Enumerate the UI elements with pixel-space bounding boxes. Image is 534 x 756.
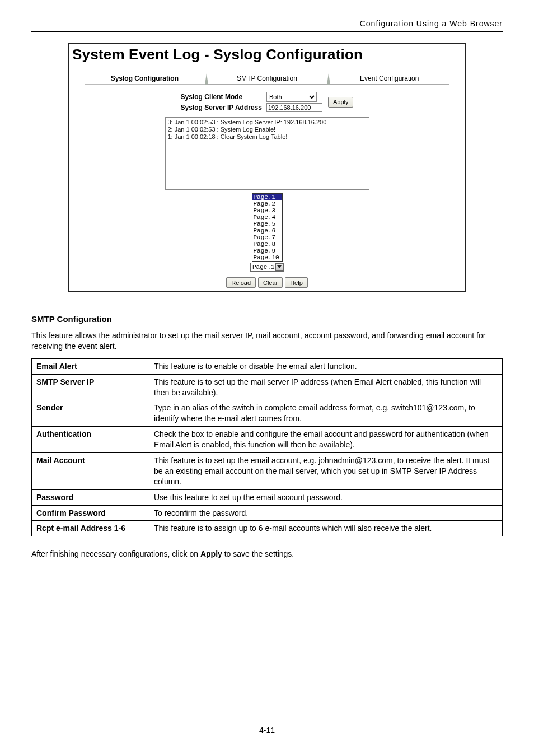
tabs-row: Syslog Configuration SMTP Configuration …: [69, 72, 465, 85]
feature-desc: This feature is to enable or disable the…: [149, 358, 503, 374]
feature-label: SMTP Server IP: [32, 374, 149, 400]
feature-label: Rcpt e-mail Address 1-6: [32, 521, 149, 536]
reload-button[interactable]: Reload: [226, 277, 256, 288]
table-row: Confirm Password To reconfirm the passwo…: [32, 505, 503, 521]
help-button[interactable]: Help: [285, 277, 308, 288]
feature-label: Authentication: [32, 427, 149, 453]
page-option[interactable]: Page.3: [252, 207, 282, 214]
feature-desc: This feature is to set up the mail serve…: [149, 374, 503, 400]
syslog-textarea[interactable]: 3: Jan 1 00:02:53 : System Log Server IP…: [165, 117, 369, 190]
page-number: 4-11: [0, 726, 534, 735]
feature-desc: Use this feature to set up the email acc…: [149, 489, 503, 505]
apply-note-bold: Apply: [200, 549, 222, 558]
smtp-feature-table: Email Alert This feature is to enable or…: [31, 358, 503, 537]
table-row: Password Use this feature to set up the …: [32, 489, 503, 505]
page-select-collapsed[interactable]: Page.1: [250, 263, 284, 272]
apply-button[interactable]: Apply: [328, 97, 354, 108]
server-ip-input[interactable]: [266, 103, 322, 112]
feature-desc: To reconfirm the password.: [149, 505, 503, 521]
feature-label: Mail Account: [32, 453, 149, 490]
page-option[interactable]: Page.5: [252, 221, 282, 227]
feature-label: Email Alert: [32, 358, 149, 374]
page-option[interactable]: Page.9: [252, 248, 282, 254]
table-row: Sender Type in an alias of the switch in…: [32, 400, 503, 427]
tab-syslog-configuration[interactable]: Syslog Configuration: [85, 72, 205, 85]
apply-note-post: to save the settings.: [222, 549, 294, 558]
screenshot-title: System Event Log - Syslog Configuration: [69, 44, 465, 64]
page-option[interactable]: Page.2: [252, 200, 282, 207]
syslog-form-table: Syslog Client Mode Both Apply Syslog Ser…: [179, 91, 356, 113]
feature-desc: Check the box to enable and configure th…: [149, 427, 503, 453]
apply-note-pre: After finishing necessary configurations…: [31, 549, 200, 558]
page-option[interactable]: Page.6: [252, 227, 282, 234]
table-row: Authentication Check the box to enable a…: [32, 427, 503, 453]
page-option[interactable]: Page.10: [252, 254, 282, 261]
syslog-config-screenshot: System Event Log - Syslog Configuration …: [68, 43, 466, 292]
feature-label: Confirm Password: [32, 505, 149, 521]
page-select-expanded[interactable]: Page.1 Page.2 Page.3 Page.4 Page.5 Page.…: [252, 193, 283, 262]
feature-label: Password: [32, 489, 149, 505]
clear-button[interactable]: Clear: [258, 277, 283, 288]
table-row: Mail Account This feature is to set up t…: [32, 453, 503, 490]
feature-desc: Type in an alias of the switch in comple…: [149, 400, 503, 427]
svg-marker-2: [277, 265, 282, 268]
page-select-value: Page.1: [251, 264, 275, 270]
page-option[interactable]: Page.7: [252, 234, 282, 241]
page-option[interactable]: Page.1: [252, 194, 282, 200]
page-option[interactable]: Page.8: [252, 241, 282, 248]
feature-label: Sender: [32, 400, 149, 427]
tab-event-configuration[interactable]: Event Configuration: [329, 72, 449, 85]
table-row: Rcpt e-mail Address 1-6 This feature is …: [32, 521, 503, 536]
smtp-intro-paragraph: This feature allows the administrator to…: [31, 330, 503, 352]
feature-desc: This feature is to set up the email acco…: [149, 453, 503, 490]
server-ip-label: Syslog Server IP Address: [179, 102, 264, 113]
client-mode-label: Syslog Client Mode: [179, 91, 264, 102]
tab-smtp-configuration[interactable]: SMTP Configuration: [207, 72, 327, 85]
smtp-section-heading: SMTP Configuration: [31, 314, 503, 324]
page-option[interactable]: Page.4: [252, 214, 282, 221]
running-header: Configuration Using a Web Browser: [31, 19, 503, 32]
table-row: SMTP Server IP This feature is to set up…: [32, 374, 503, 400]
chevron-down-icon[interactable]: [275, 263, 283, 271]
feature-desc: This feature is to assign up to 6 e-mail…: [149, 521, 503, 536]
apply-note: After finishing necessary configurations…: [31, 549, 503, 559]
client-mode-select[interactable]: Both: [266, 92, 317, 102]
table-row: Email Alert This feature is to enable or…: [32, 358, 503, 374]
